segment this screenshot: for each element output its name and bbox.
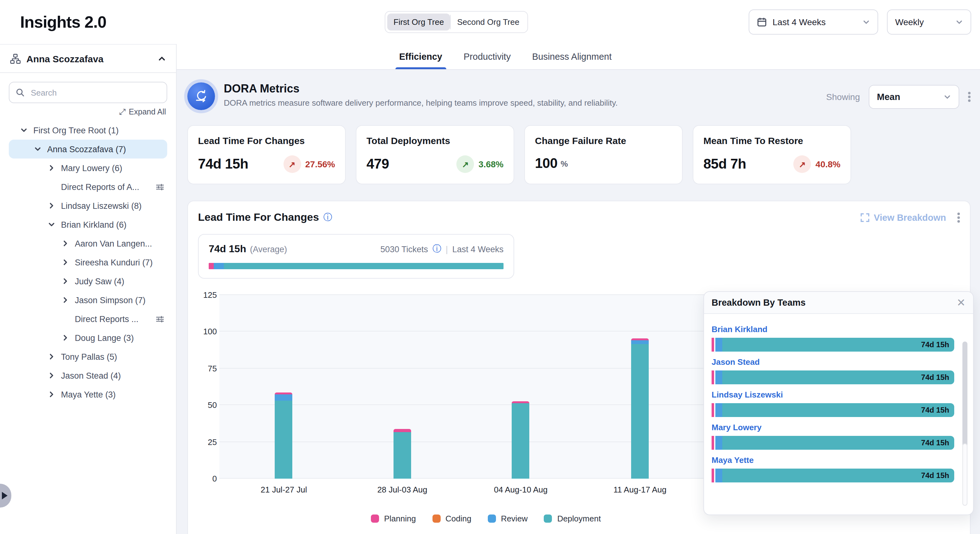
summary-tickets: 5030 Tickets — [380, 244, 428, 254]
breakdown-row-maya-yette: Maya Yette74d 15h — [711, 455, 954, 482]
chevron-right-icon[interactable] — [46, 391, 57, 398]
y-tick-label: 25 — [208, 437, 217, 446]
chevron-right-icon[interactable] — [60, 277, 70, 285]
granularity-select[interactable]: Weekly — [887, 10, 971, 35]
tab-business-alignment[interactable]: Business Alignment — [532, 44, 612, 69]
team-value-label: 74d 15h — [921, 373, 954, 382]
legend-item-review[interactable]: Review — [488, 514, 528, 523]
summary-value: 74d 15h — [209, 244, 246, 255]
tree-item-anna-scozzafava-7[interactable]: Anna Scozzafava (7) — [9, 140, 167, 158]
scrollbar-thumb[interactable] — [963, 443, 967, 506]
team-stacked-bar[interactable]: 74d 15h — [711, 469, 954, 482]
team-value-label: 74d 15h — [921, 340, 954, 349]
expand-all-button[interactable]: ⤢ Expand All — [0, 107, 166, 117]
dora-kebab-menu[interactable] — [968, 92, 970, 102]
org-tree-toggle-first[interactable]: First Org Tree — [387, 14, 450, 30]
team-link[interactable]: Maya Yette — [711, 455, 954, 465]
bar-segment-planning — [631, 338, 649, 341]
search-input[interactable] — [30, 87, 160, 98]
team-link[interactable]: Lindsay Liszewski — [711, 390, 954, 399]
summary-segment-review — [214, 263, 224, 269]
tree-item-first-org-tree-root-1[interactable]: First Org Tree Root (1) — [0, 121, 176, 140]
legend-item-coding[interactable]: Coding — [432, 514, 471, 523]
app-title: Insights 2.0 — [20, 12, 106, 32]
tree-item-jason-stead-4[interactable]: Jason Stead (4) — [0, 366, 176, 385]
bar-segment-deployment: 74d 15h — [722, 338, 954, 352]
bar-segment-deployment — [631, 344, 649, 479]
org-tree-toggle-second[interactable]: Second Org Tree — [451, 14, 525, 30]
tree-item-mary-lowery-6[interactable]: Mary Lowery (6) — [0, 158, 176, 177]
lead-time-kebab-menu[interactable] — [958, 213, 960, 223]
stacked-bar-11-aug-17-aug[interactable] — [631, 338, 649, 479]
chevron-right-icon[interactable] — [60, 334, 70, 341]
close-icon[interactable]: ✕ — [957, 297, 966, 308]
team-link[interactable]: Brian Kirkland — [711, 325, 954, 334]
chevron-right-icon[interactable] — [46, 372, 57, 379]
team-link[interactable]: Jason Stead — [711, 357, 954, 367]
tree-item-direct-reports[interactable]: Direct Reports ... — [0, 309, 176, 328]
tree-item-maya-yette-3[interactable]: Maya Yette (3) — [0, 385, 176, 404]
chevron-up-icon[interactable] — [158, 54, 166, 62]
tree-item-jason-simpson-7[interactable]: Jason Simpson (7) — [0, 290, 176, 309]
tab-efficiency[interactable]: Efficiency — [399, 44, 442, 69]
legend-label: Deployment — [557, 514, 601, 523]
tree-item-judy-saw-4[interactable]: Judy Saw (4) — [0, 272, 176, 290]
tree-item-direct-reports-of-a[interactable]: Direct Reports of A... — [0, 177, 176, 196]
filter-sliders-icon[interactable] — [155, 314, 165, 324]
tab-productivity[interactable]: Productivity — [464, 44, 511, 69]
chevron-down-icon[interactable] — [19, 126, 29, 134]
tree-item-lindsay-liszewski-8[interactable]: Lindsay Liszewski (8) — [0, 196, 176, 215]
tree-item-sireesha-kunduri-7[interactable]: Sireesha Kunduri (7) — [0, 253, 176, 272]
chevron-right-icon[interactable] — [46, 202, 57, 209]
bar-segment-review — [275, 394, 293, 401]
tree-item-aaron-van-langen[interactable]: Aaron Van Langen... — [0, 234, 176, 253]
tree-item-brian-kirkland-6[interactable]: Brian Kirkland (6) — [0, 215, 176, 234]
divider: | — [446, 244, 448, 254]
team-value-label: 74d 15h — [921, 471, 954, 480]
bar-segment-review — [715, 338, 722, 352]
chevron-right-icon[interactable] — [46, 164, 57, 172]
x-tick-label: 11 Aug-17 Aug — [614, 485, 667, 494]
top-header: Insights 2.0 First Org Tree Second Org T… — [0, 0, 980, 44]
x-tick-label: 28 Jul-03 Aug — [377, 485, 427, 494]
summary-stacked-bar — [209, 263, 504, 269]
chevron-right-icon[interactable] — [60, 258, 70, 266]
legend-item-planning[interactable]: Planning — [371, 514, 416, 523]
info-icon[interactable]: ⓘ — [433, 244, 441, 255]
date-range-value: Last 4 Weeks — [773, 17, 826, 27]
summary-qualifier: (Average) — [250, 244, 287, 254]
info-icon[interactable]: ⓘ — [323, 212, 332, 223]
chevron-down-icon[interactable] — [33, 145, 43, 153]
legend-item-deployment[interactable]: Deployment — [544, 514, 601, 523]
filter-sliders-icon[interactable] — [155, 182, 165, 191]
team-stacked-bar[interactable]: 74d 15h — [711, 338, 954, 352]
dora-subtitle: DORA metrics measure software delivery p… — [224, 98, 617, 108]
team-stacked-bar[interactable]: 74d 15h — [711, 436, 954, 450]
view-breakdown-button[interactable]: View Breakdown — [861, 213, 946, 223]
tree-item-doug-lange-3[interactable]: Doug Lange (3) — [0, 328, 176, 347]
expand-all-label: Expand All — [129, 108, 166, 116]
legend-swatch — [432, 515, 440, 523]
scrollbar-track[interactable] — [963, 341, 967, 506]
stacked-bar-28-jul-03-aug[interactable] — [393, 429, 411, 479]
chevron-right-icon[interactable] — [46, 353, 57, 360]
team-stacked-bar[interactable]: 74d 15h — [711, 403, 954, 417]
showing-select[interactable]: Mean — [869, 85, 959, 109]
chevron-right-icon[interactable] — [60, 240, 70, 247]
stacked-bar-21-jul-27-jul[interactable] — [275, 393, 293, 479]
metric-title: Mean Time To Restore — [703, 135, 840, 146]
legend-swatch — [544, 515, 552, 523]
date-range-select[interactable]: Last 4 Weeks — [749, 10, 878, 35]
metric-value: 74d 15h — [198, 156, 248, 172]
view-breakdown-label: View Breakdown — [874, 213, 946, 223]
summary-segment-deployment — [224, 263, 504, 269]
sidebar-header[interactable]: Anna Scozzafava — [0, 44, 176, 73]
chevron-right-icon[interactable] — [60, 296, 70, 304]
team-stacked-bar[interactable]: 74d 15h — [711, 370, 954, 384]
chevron-down-icon[interactable] — [46, 221, 57, 228]
stacked-bar-04-aug-10-aug[interactable] — [512, 402, 530, 479]
team-link[interactable]: Mary Lowery — [711, 423, 954, 432]
tree-item-tony-pallas-5[interactable]: Tony Pallas (5) — [0, 347, 176, 366]
metric-delta: ↗40.8% — [794, 155, 840, 173]
sidebar-collapse-handle[interactable] — [0, 484, 11, 508]
